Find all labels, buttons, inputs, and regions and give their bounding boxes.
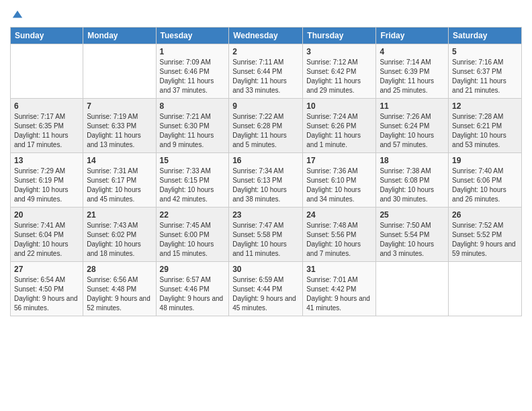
- day-info: Sunrise: 7:34 AM Sunset: 6:13 PM Dayligh…: [232, 167, 299, 204]
- calendar-header-tuesday: Tuesday: [156, 28, 229, 44]
- day-info: Sunrise: 7:26 AM Sunset: 6:24 PM Dayligh…: [380, 112, 445, 150]
- calendar-cell: 11Sunrise: 7:26 AM Sunset: 6:24 PM Dayli…: [376, 99, 449, 153]
- day-number: 11: [380, 101, 445, 111]
- day-info: Sunrise: 7:48 AM Sunset: 5:56 PM Dayligh…: [306, 221, 372, 259]
- calendar-cell: 10Sunrise: 7:24 AM Sunset: 6:26 PM Dayli…: [303, 99, 376, 153]
- day-info: Sunrise: 7:16 AM Sunset: 6:37 PM Dayligh…: [452, 58, 518, 95]
- calendar-cell: 14Sunrise: 7:31 AM Sunset: 6:17 PM Dayli…: [83, 153, 156, 208]
- calendar-cell: 13Sunrise: 7:29 AM Sunset: 6:19 PM Dayli…: [11, 153, 83, 208]
- day-info: Sunrise: 7:28 AM Sunset: 6:21 PM Dayligh…: [452, 112, 518, 150]
- day-number: 19: [452, 156, 518, 165]
- day-info: Sunrise: 7:11 AM Sunset: 6:44 PM Dayligh…: [232, 58, 299, 95]
- day-number: 29: [160, 265, 226, 274]
- calendar-header-monday: Monday: [83, 28, 156, 44]
- calendar-table: SundayMondayTuesdayWednesdayThursdayFrid…: [10, 27, 522, 316]
- day-number: 17: [306, 156, 372, 165]
- day-number: 8: [160, 101, 226, 111]
- day-number: 15: [160, 156, 226, 165]
- day-info: Sunrise: 6:57 AM Sunset: 4:46 PM Dayligh…: [160, 275, 226, 313]
- day-info: Sunrise: 7:52 AM Sunset: 5:52 PM Dayligh…: [452, 221, 518, 259]
- day-number: 31: [306, 265, 372, 274]
- day-info: Sunrise: 7:14 AM Sunset: 6:39 PM Dayligh…: [380, 58, 445, 95]
- calendar-cell: 9Sunrise: 7:22 AM Sunset: 6:28 PM Daylig…: [229, 99, 303, 153]
- calendar-cell: 4Sunrise: 7:14 AM Sunset: 6:39 PM Daylig…: [376, 44, 449, 99]
- day-number: 24: [306, 210, 372, 220]
- day-info: Sunrise: 7:50 AM Sunset: 5:54 PM Dayligh…: [380, 221, 445, 259]
- logo: [10, 9, 24, 21]
- calendar-cell: 31Sunrise: 7:01 AM Sunset: 4:42 PM Dayli…: [303, 262, 376, 316]
- day-info: Sunrise: 7:38 AM Sunset: 6:08 PM Dayligh…: [380, 167, 445, 204]
- day-number: 5: [452, 47, 518, 56]
- calendar-week-3: 13Sunrise: 7:29 AM Sunset: 6:19 PM Dayli…: [11, 153, 522, 208]
- calendar-week-1: 1Sunrise: 7:09 AM Sunset: 6:46 PM Daylig…: [11, 44, 522, 99]
- calendar-cell: 6Sunrise: 7:17 AM Sunset: 6:35 PM Daylig…: [11, 99, 83, 153]
- calendar-header-sunday: Sunday: [11, 28, 83, 44]
- calendar-cell: [449, 262, 522, 316]
- calendar-cell: 26Sunrise: 7:52 AM Sunset: 5:52 PM Dayli…: [449, 208, 522, 262]
- day-info: Sunrise: 7:31 AM Sunset: 6:17 PM Dayligh…: [87, 167, 152, 204]
- day-number: 10: [306, 101, 372, 111]
- calendar-cell: 2Sunrise: 7:11 AM Sunset: 6:44 PM Daylig…: [229, 44, 303, 99]
- calendar-cell: 29Sunrise: 6:57 AM Sunset: 4:46 PM Dayli…: [156, 262, 229, 316]
- day-number: 14: [87, 156, 152, 165]
- day-number: 1: [160, 47, 226, 56]
- calendar-week-2: 6Sunrise: 7:17 AM Sunset: 6:35 PM Daylig…: [11, 99, 522, 153]
- svg-marker-0: [13, 11, 22, 18]
- day-info: Sunrise: 7:17 AM Sunset: 6:35 PM Dayligh…: [14, 112, 79, 150]
- day-number: 7: [87, 101, 152, 111]
- day-number: 13: [14, 156, 79, 165]
- calendar-cell: 3Sunrise: 7:12 AM Sunset: 6:42 PM Daylig…: [303, 44, 376, 99]
- calendar-cell: 30Sunrise: 6:59 AM Sunset: 4:44 PM Dayli…: [229, 262, 303, 316]
- calendar-cell: 1Sunrise: 7:09 AM Sunset: 6:46 PM Daylig…: [156, 44, 229, 99]
- calendar-cell: 20Sunrise: 7:41 AM Sunset: 6:04 PM Dayli…: [11, 208, 83, 262]
- calendar-cell: 7Sunrise: 7:19 AM Sunset: 6:33 PM Daylig…: [83, 99, 156, 153]
- day-info: Sunrise: 7:47 AM Sunset: 5:58 PM Dayligh…: [232, 221, 299, 259]
- day-info: Sunrise: 7:12 AM Sunset: 6:42 PM Dayligh…: [306, 58, 372, 95]
- day-number: 9: [232, 101, 299, 111]
- day-number: 30: [232, 265, 299, 274]
- calendar-cell: [11, 44, 83, 99]
- day-number: 21: [87, 210, 152, 220]
- calendar-header-thursday: Thursday: [303, 28, 376, 44]
- day-info: Sunrise: 6:56 AM Sunset: 4:48 PM Dayligh…: [87, 275, 152, 313]
- header: [10, 7, 522, 21]
- calendar-cell: 22Sunrise: 7:45 AM Sunset: 6:00 PM Dayli…: [156, 208, 229, 262]
- calendar-cell: 16Sunrise: 7:34 AM Sunset: 6:13 PM Dayli…: [229, 153, 303, 208]
- calendar-cell: 5Sunrise: 7:16 AM Sunset: 6:37 PM Daylig…: [449, 44, 522, 99]
- calendar-cell: 23Sunrise: 7:47 AM Sunset: 5:58 PM Dayli…: [229, 208, 303, 262]
- day-info: Sunrise: 7:01 AM Sunset: 4:42 PM Dayligh…: [306, 275, 372, 313]
- day-number: 23: [232, 210, 299, 220]
- day-info: Sunrise: 7:22 AM Sunset: 6:28 PM Dayligh…: [232, 112, 299, 150]
- day-info: Sunrise: 7:21 AM Sunset: 6:30 PM Dayligh…: [160, 112, 226, 150]
- calendar-week-4: 20Sunrise: 7:41 AM Sunset: 6:04 PM Dayli…: [11, 208, 522, 262]
- day-info: Sunrise: 6:59 AM Sunset: 4:44 PM Dayligh…: [232, 275, 299, 313]
- day-info: Sunrise: 7:43 AM Sunset: 6:02 PM Dayligh…: [87, 221, 152, 259]
- calendar-cell: 19Sunrise: 7:40 AM Sunset: 6:06 PM Dayli…: [449, 153, 522, 208]
- day-number: 26: [452, 210, 518, 220]
- calendar-cell: 24Sunrise: 7:48 AM Sunset: 5:56 PM Dayli…: [303, 208, 376, 262]
- day-number: 22: [160, 210, 226, 220]
- day-number: 18: [380, 156, 445, 165]
- calendar-cell: 17Sunrise: 7:36 AM Sunset: 6:10 PM Dayli…: [303, 153, 376, 208]
- day-number: 27: [14, 265, 79, 274]
- calendar-cell: 15Sunrise: 7:33 AM Sunset: 6:15 PM Dayli…: [156, 153, 229, 208]
- day-number: 16: [232, 156, 299, 165]
- day-number: 4: [380, 47, 445, 56]
- calendar-cell: 8Sunrise: 7:21 AM Sunset: 6:30 PM Daylig…: [156, 99, 229, 153]
- calendar-cell: 28Sunrise: 6:56 AM Sunset: 4:48 PM Dayli…: [83, 262, 156, 316]
- day-info: Sunrise: 7:45 AM Sunset: 6:00 PM Dayligh…: [160, 221, 226, 259]
- calendar-header-friday: Friday: [376, 28, 449, 44]
- page: SundayMondayTuesdayWednesdayThursdayFrid…: [0, 0, 532, 411]
- day-number: 2: [232, 47, 299, 56]
- day-info: Sunrise: 7:19 AM Sunset: 6:33 PM Dayligh…: [87, 112, 152, 150]
- calendar-cell: 12Sunrise: 7:28 AM Sunset: 6:21 PM Dayli…: [449, 99, 522, 153]
- calendar-week-5: 27Sunrise: 6:54 AM Sunset: 4:50 PM Dayli…: [11, 262, 522, 316]
- calendar-cell: 27Sunrise: 6:54 AM Sunset: 4:50 PM Dayli…: [11, 262, 83, 316]
- calendar-header-wednesday: Wednesday: [229, 28, 303, 44]
- day-info: Sunrise: 7:40 AM Sunset: 6:06 PM Dayligh…: [452, 167, 518, 204]
- day-info: Sunrise: 7:24 AM Sunset: 6:26 PM Dayligh…: [306, 112, 372, 150]
- day-info: Sunrise: 7:29 AM Sunset: 6:19 PM Dayligh…: [14, 167, 79, 204]
- calendar-header-saturday: Saturday: [449, 28, 522, 44]
- day-number: 6: [14, 101, 79, 111]
- calendar-cell: 25Sunrise: 7:50 AM Sunset: 5:54 PM Dayli…: [376, 208, 449, 262]
